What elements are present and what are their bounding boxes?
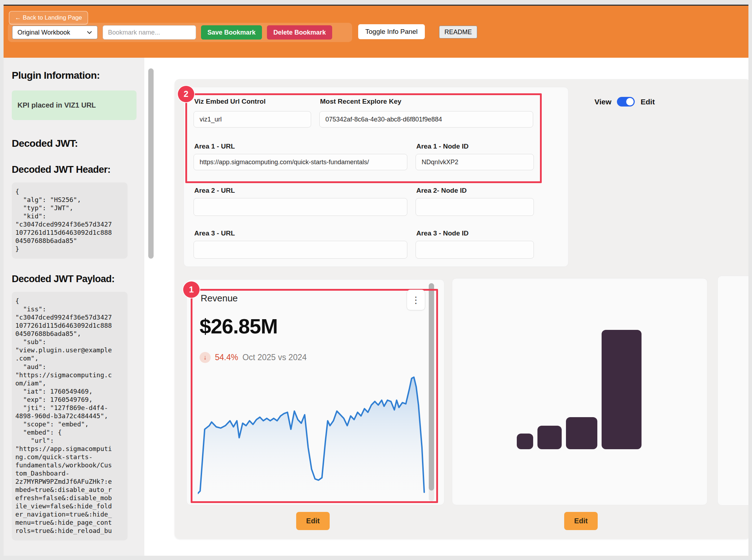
area1-url-input[interactable] [194, 154, 407, 170]
jwt-header-code: { "alg": "HS256", "typ": "JWT", "kid": "… [12, 182, 128, 259]
mode-toggle: View Edit [594, 97, 655, 107]
bar [566, 417, 597, 449]
edit-viz2-button[interactable]: Edit [564, 512, 598, 530]
revenue-card-title: Revenue [201, 293, 238, 304]
area2-node-label: Area 2- Node ID [416, 187, 467, 195]
area1-url-label: Area 1 - URL [194, 142, 235, 150]
viz-embed-url-label: Viz Embed Url Control [194, 98, 266, 105]
mode-toggle-knob [626, 98, 634, 105]
mode-view-label: View [594, 98, 611, 106]
explore-key-label: Most Recent Explore Key [320, 98, 401, 105]
bookmark-name-input[interactable] [103, 25, 196, 40]
revenue-sparkline [198, 373, 428, 498]
bar [602, 330, 642, 449]
bookmark-toolbar: Original Workbook Save Bookmark Delete B… [8, 23, 352, 42]
kebab-icon: ⋮ [411, 295, 421, 305]
area1-node-label: Area 1 - Node ID [416, 142, 469, 150]
jwt-payload-title: Decoded JWT Payload: [12, 274, 137, 285]
toggle-info-panel-button[interactable]: Toggle Info Panel [358, 24, 425, 39]
area3-node-label: Area 3 - Node ID [416, 229, 469, 237]
area1-node-input[interactable] [416, 154, 534, 170]
revenue-comparison: Oct 2025 vs 2024 [242, 353, 307, 362]
header-bar: ← Back to Landing Page Original Workbook… [4, 6, 748, 58]
kebab-menu-button[interactable]: ⋮ [407, 290, 425, 310]
sidebar-scrollbar[interactable] [148, 68, 154, 259]
workbook-select[interactable]: Original Workbook [12, 26, 98, 39]
area2-url-label: Area 2 - URL [194, 187, 235, 195]
save-bookmark-button[interactable]: Save Bookmark [201, 25, 262, 40]
jwt-payload-code: { "iss": "c3047dced9924f36e57d3427107726… [12, 292, 128, 540]
workbook-select-value: Original Workbook [17, 29, 70, 36]
bar [517, 434, 533, 449]
readme-button[interactable]: README [439, 26, 477, 38]
area2-url-input[interactable] [194, 198, 407, 216]
chevron-down-icon [87, 31, 92, 34]
revenue-scrollbar-thumb [429, 283, 434, 491]
revenue-kpi-value: $26.85M [200, 314, 278, 338]
kpi-info-box: KPI placed in VIZ1 URL [12, 90, 137, 120]
bar-chart [517, 330, 642, 449]
arrow-down-icon: ↓ [200, 352, 211, 363]
info-sidebar: Plugin Information: KPI placed in VIZ1 U… [4, 58, 144, 556]
mode-edit-label: Edit [640, 98, 655, 106]
area3-url-input[interactable] [194, 241, 407, 259]
decoded-jwt-title: Decoded JWT: [12, 138, 137, 149]
revenue-card-scrollbar[interactable] [429, 283, 434, 501]
bar [537, 426, 562, 449]
area2-node-input[interactable] [416, 198, 534, 216]
side-card-partial [717, 276, 748, 505]
explore-key-input[interactable] [319, 111, 533, 128]
edit-viz1-button[interactable]: Edit [296, 512, 330, 530]
app-window: ← Back to Landing Page Original Workbook… [4, 6, 748, 556]
area3-url-label: Area 3 - URL [194, 229, 235, 237]
viz-embed-url-input[interactable] [194, 111, 311, 128]
revenue-change-row: ↓ 54.4% Oct 2025 vs 2024 [200, 352, 307, 363]
app-frame: ← Back to Landing Page Original Workbook… [0, 0, 752, 560]
jwt-header-title: Decoded JWT Header: [12, 164, 137, 175]
revenue-change-pct: 54.4% [215, 353, 238, 362]
window-top-edge [4, 5, 748, 6]
mode-toggle-switch[interactable] [617, 97, 635, 107]
plugin-info-title: Plugin Information: [12, 70, 137, 81]
area3-node-input[interactable] [416, 241, 534, 259]
delete-bookmark-button[interactable]: Delete Bookmark [267, 25, 332, 40]
